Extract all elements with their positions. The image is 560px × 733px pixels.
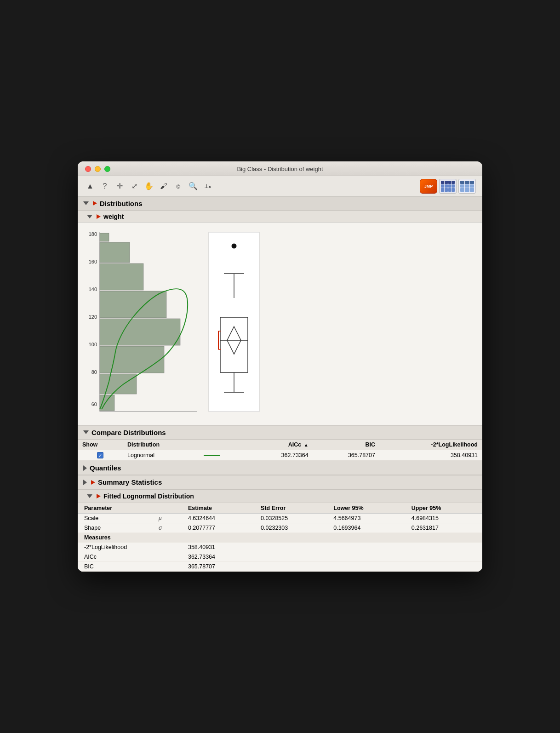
fitted-red-triangle-icon (97, 494, 101, 498)
svg-rect-13 (100, 319, 180, 345)
col-show: Show (78, 440, 123, 450)
compare-collapse-triangle[interactable] (83, 430, 89, 434)
fit-col-estimate: Estimate (182, 503, 254, 514)
titlebar: Big Class - Distribution of weight (78, 161, 482, 176)
svg-rect-21 (220, 317, 248, 372)
boxplot-svg (206, 228, 262, 421)
main-window: Big Class - Distribution of weight ▲ ? ✛… (78, 161, 482, 572)
fit-row-shape: Shape σ 0.2077777 0.0232303 0.1693964 0.… (78, 523, 482, 533)
fit-measures-header-row: Measures (78, 533, 482, 543)
lognormal-checkbox[interactable] (97, 452, 103, 458)
histogram-svg: 180 160 140 120 100 80 60 (82, 228, 202, 421)
fit-shape-upper95: 0.2631817 (405, 523, 482, 533)
fitted-lognormal-label: Fitted Lognormal Distribution (103, 492, 194, 500)
toolbar-right: JMP (420, 179, 476, 194)
col-aicc: AICc ▲ (246, 440, 313, 450)
distributions-red-triangle-icon (93, 201, 97, 206)
col-line (199, 440, 246, 450)
toolbar: ▲ ? ✛ ⤢ ✋ 🖌 ⌾ 🔍 ⟂ₓ JMP (78, 176, 482, 197)
fit-bic-row: BIC 365.78707 (78, 562, 482, 572)
col-loglik: -2*LogLikelihood (380, 440, 482, 450)
weight-header: weight (78, 211, 482, 223)
jmp-button[interactable]: JMP (420, 179, 437, 194)
quantiles-expand-triangle[interactable] (83, 465, 87, 471)
fit-scale-stderr: 0.0328525 (254, 514, 327, 523)
fit-shape-estimate: 0.2077777 (182, 523, 254, 533)
lognormal-line-preview (199, 450, 246, 461)
distributions-menu-button[interactable] (91, 200, 98, 206)
svg-text:120: 120 (89, 314, 97, 320)
distributions-collapse-triangle[interactable] (83, 201, 89, 205)
svg-text:140: 140 (89, 286, 97, 292)
fit-loglik-row: -2*LogLikelihood 358.40931 (78, 543, 482, 552)
fit-shape-lower95: 0.1693964 (327, 523, 405, 533)
col-distribution: Distribution (123, 440, 199, 450)
window-title: Big Class - Distribution of weight (237, 166, 323, 172)
brush-tool[interactable]: 🖌 (158, 180, 170, 192)
arrow-tool[interactable]: ▲ (84, 180, 96, 192)
fit-col-parameter: Parameter (78, 503, 152, 514)
svg-text:180: 180 (89, 231, 97, 237)
fit-col-upper95: Upper 95% (405, 503, 482, 514)
boxplot[interactable] (206, 228, 262, 421)
svg-rect-11 (100, 263, 143, 290)
grid-view-button[interactable] (439, 179, 457, 194)
fit-col-lower95: Lower 95% (327, 503, 405, 514)
fitted-collapse-triangle[interactable] (87, 494, 92, 498)
crosshair-tool[interactable]: ✛ (114, 180, 126, 192)
svg-rect-10 (100, 242, 130, 263)
quantiles-section: Quantiles (78, 461, 482, 475)
fit-aicc-value: 362.73364 (182, 552, 482, 562)
compare-row-lognormal: Lognormal 362.73364 365.78707 358.40931 (78, 450, 482, 461)
summary-statistics-label: Summary Statistics (98, 478, 162, 486)
close-button[interactable] (85, 166, 91, 172)
compare-distributions-table: Show Distribution AICc ▲ BIC -2*LogLikel… (78, 440, 482, 461)
move-tool[interactable]: ⤢ (128, 180, 140, 192)
fit-scale-upper95: 4.6984315 (405, 514, 482, 523)
minimize-button[interactable] (95, 166, 101, 172)
fit-shape-param: Shape (78, 523, 152, 533)
svg-text:60: 60 (91, 401, 97, 407)
fit-row-scale: Scale μ 4.6324644 0.0328525 4.5664973 4.… (78, 514, 482, 523)
fitted-lognormal-section: Fitted Lognormal Distribution Parameter … (78, 489, 482, 572)
toolbar-left: ▲ ? ✛ ⤢ ✋ 🖌 ⌾ 🔍 ⟂ₓ (84, 180, 416, 192)
summary-statistics-header: Summary Statistics (78, 475, 482, 489)
help-tool[interactable]: ? (99, 180, 111, 192)
fit-scale-lower95: 4.5664973 (327, 514, 405, 523)
weight-label: weight (103, 213, 124, 220)
table-view-button[interactable] (458, 179, 476, 194)
fitted-menu-button[interactable] (95, 493, 102, 499)
fitted-lognormal-header: Fitted Lognormal Distribution (78, 489, 482, 503)
svg-text:100: 100 (89, 342, 97, 347)
lognormal-checkbox-cell (78, 450, 123, 461)
chart-area: 180 160 140 120 100 80 60 (78, 223, 482, 425)
svg-rect-9 (100, 233, 109, 241)
content-area: Distributions weight 180 160 140 120 100 (78, 197, 482, 572)
zoom-tool[interactable]: 🔍 (187, 180, 199, 192)
summary-menu-button[interactable] (90, 479, 96, 486)
svg-text:160: 160 (89, 259, 97, 264)
lognormal-bic: 365.78707 (313, 450, 380, 461)
weight-collapse-triangle[interactable] (87, 215, 92, 218)
lasso-tool[interactable]: ⌾ (172, 180, 184, 192)
fit-scale-estimate: 4.6324644 (182, 514, 254, 523)
fit-measures-label: Measures (78, 533, 182, 543)
fit-loglik-name: -2*LogLikelihood (78, 543, 182, 552)
axis-tool[interactable]: ⟂ₓ (202, 180, 214, 192)
svg-rect-15 (100, 374, 137, 394)
distributions-label: Distributions (100, 200, 143, 207)
lognormal-loglik: 358.40931 (380, 450, 482, 461)
lognormal-distribution-name: Lognormal (123, 450, 199, 461)
lognormal-aicc: 362.73364 (246, 450, 313, 461)
fit-loglik-value: 358.40931 (182, 543, 482, 552)
hand-tool[interactable]: ✋ (143, 180, 155, 192)
col-bic: BIC (313, 440, 380, 450)
maximize-button[interactable] (104, 166, 110, 172)
fitted-lognormal-table: Parameter Estimate Std Error Lower 95% U… (78, 503, 482, 572)
traffic-lights (85, 166, 110, 172)
fit-shape-stderr: 0.0232303 (254, 523, 327, 533)
histogram[interactable]: 180 160 140 120 100 80 60 (82, 228, 202, 421)
fit-shape-greek: σ (152, 523, 182, 533)
summary-expand-triangle[interactable] (83, 480, 87, 485)
weight-menu-button[interactable] (95, 213, 102, 220)
